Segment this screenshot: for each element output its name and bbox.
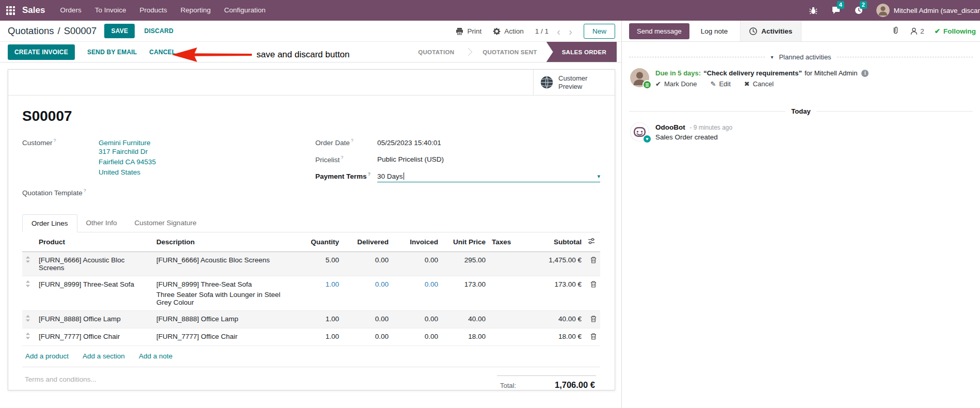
apps-grid-icon[interactable] — [6, 6, 15, 15]
following-button[interactable]: ✔ Following — [935, 27, 976, 35]
invoiced-cell[interactable]: 0.00 — [392, 276, 441, 310]
planned-activities-divider[interactable]: ▾ Planned activities — [629, 53, 973, 61]
unit-price-cell[interactable]: 173.00 — [441, 276, 489, 310]
product-cell[interactable]: [FURN_6666] Acoustic Bloc Screens — [36, 252, 153, 276]
dropdown-caret-icon[interactable]: ▾ — [597, 173, 600, 180]
menu-products[interactable]: Products — [133, 0, 174, 21]
add-section-link[interactable]: Add a section — [83, 352, 125, 360]
delivered-cell[interactable]: 0.00 — [342, 252, 392, 276]
description-cell[interactable]: [FURN_7777] Office Chair — [153, 328, 295, 346]
quantity-cell[interactable]: 1.00 — [295, 328, 342, 346]
activities-clock-icon[interactable]: 2 — [854, 5, 864, 15]
col-unit-price[interactable]: Unit Price — [441, 232, 489, 252]
table-row[interactable]: [FURN_6666] Acoustic Bloc Screens [FURN_… — [22, 252, 600, 276]
delivered-cell[interactable]: 0.00 — [342, 276, 392, 310]
tab-customer-signature[interactable]: Customer Signature — [126, 214, 205, 232]
invoiced-cell[interactable]: 0.00 — [392, 328, 441, 346]
menu-to-invoice[interactable]: To Invoice — [88, 0, 133, 21]
followers-button[interactable]: 2 — [910, 27, 924, 35]
customer-address-line[interactable]: United States — [99, 167, 156, 178]
debug-bug-icon[interactable] — [808, 5, 818, 15]
activities-tab[interactable]: Activities — [740, 21, 801, 41]
menu-reporting[interactable]: Reporting — [174, 0, 218, 21]
messages-icon[interactable]: 4 — [831, 5, 841, 15]
description-cell[interactable]: [FURN_6666] Acoustic Bloc Screens — [153, 252, 295, 276]
log-note-button[interactable]: Log note — [701, 27, 728, 35]
send-message-button[interactable]: Send message — [629, 23, 689, 39]
send-by-email-button[interactable]: SEND BY EMAIL — [87, 49, 137, 56]
save-button[interactable]: SAVE — [104, 24, 135, 38]
taxes-cell[interactable] — [489, 252, 525, 276]
tab-other-info[interactable]: Other Info — [77, 214, 126, 232]
tab-order-lines[interactable]: Order Lines — [22, 214, 77, 232]
breadcrumb-quotations[interactable]: Quotations — [8, 25, 54, 37]
table-row[interactable]: [FURN_8999] Three-Seat Sofa [FURN_8999] … — [22, 276, 600, 310]
drag-handle-icon[interactable] — [22, 276, 36, 310]
new-button[interactable]: New — [584, 24, 615, 39]
invoiced-cell[interactable]: 0.00 — [392, 252, 441, 276]
add-note-link[interactable]: Add a note — [139, 352, 172, 360]
unit-price-cell[interactable]: 18.00 — [441, 328, 489, 346]
drag-handle-icon[interactable] — [22, 252, 36, 276]
col-delivered[interactable]: Delivered — [342, 232, 392, 252]
product-cell[interactable]: [FURN_8999] Three-Seat Sofa — [36, 276, 153, 310]
col-taxes[interactable]: Taxes — [489, 232, 525, 252]
table-row[interactable]: [FURN_8888] Office Lamp [FURN_8888] Offi… — [22, 310, 600, 328]
state-quotation[interactable]: QUOTATION — [409, 42, 463, 62]
delete-line-icon[interactable] — [585, 252, 600, 276]
col-invoiced[interactable]: Invoiced — [392, 232, 441, 252]
table-row[interactable]: [FURN_7777] Office Chair [FURN_7777] Off… — [22, 328, 600, 346]
delivered-cell[interactable]: 0.00 — [342, 328, 392, 346]
state-quotation-sent[interactable]: QUOTATION SENT — [473, 42, 546, 62]
taxes-cell[interactable] — [489, 310, 525, 328]
payment-terms-field[interactable]: 30 Days ▾ — [377, 172, 600, 182]
add-product-link[interactable]: Add a product — [25, 352, 69, 360]
description-cell[interactable]: [FURN_8999] Three-Seat SofaThree Seater … — [153, 276, 295, 310]
quantity-cell[interactable]: 1.00 — [295, 310, 342, 328]
drag-handle-icon[interactable] — [22, 310, 36, 328]
create-invoice-button[interactable]: CREATE INVOICE — [8, 44, 75, 60]
col-quantity[interactable]: Quantity — [295, 232, 342, 252]
delete-line-icon[interactable] — [585, 276, 600, 310]
delete-line-icon[interactable] — [585, 328, 600, 346]
product-cell[interactable]: [FURN_8888] Office Lamp — [36, 310, 153, 328]
taxes-cell[interactable] — [489, 328, 525, 346]
drag-handle-icon[interactable] — [22, 328, 36, 346]
customer-preview-button[interactable]: Customer Preview — [533, 70, 615, 95]
unit-price-cell[interactable]: 40.00 — [441, 310, 489, 328]
print-button[interactable]: Print — [456, 27, 481, 35]
col-description[interactable]: Description — [153, 232, 295, 252]
pricelist-field[interactable]: Public Pricelist (USD) — [377, 155, 444, 163]
unit-price-cell[interactable]: 295.00 — [441, 252, 489, 276]
customer-link[interactable]: Gemini Furniture — [99, 139, 156, 147]
pager-next[interactable]: › — [569, 26, 572, 37]
attach-files-button[interactable] — [891, 26, 900, 37]
customer-address-line[interactable]: 317 Fairchild Dr — [99, 147, 156, 157]
product-cell[interactable]: [FURN_7777] Office Chair — [36, 328, 153, 346]
order-date-field[interactable]: 05/25/2023 15:40:01 — [377, 139, 441, 147]
quantity-cell[interactable]: 1.00 — [295, 276, 342, 310]
taxes-cell[interactable] — [489, 276, 525, 310]
user-menu[interactable]: Mitchell Admin (save_discar — [876, 4, 980, 17]
menu-configuration[interactable]: Configuration — [217, 0, 272, 21]
delete-line-icon[interactable] — [585, 310, 600, 328]
action-button[interactable]: Action — [493, 27, 524, 35]
invoiced-cell[interactable]: 0.00 — [392, 310, 441, 328]
menu-orders[interactable]: Orders — [53, 0, 88, 21]
customer-address-line[interactable]: Fairfield CA 94535 — [99, 157, 156, 167]
terms-placeholder[interactable]: Terms and conditions... — [25, 375, 97, 390]
state-sales-order[interactable]: SALES ORDER — [547, 42, 617, 62]
delivered-cell[interactable]: 0.00 — [342, 310, 392, 328]
quantity-cell[interactable]: 5.00 — [295, 252, 342, 276]
mark-done-button[interactable]: ✔Mark Done — [655, 80, 697, 88]
cancel-button[interactable]: CANCEL — [149, 49, 175, 56]
cancel-activity-button[interactable]: ✖Cancel — [744, 80, 774, 88]
col-product[interactable]: Product — [36, 232, 153, 252]
app-brand[interactable]: Sales — [22, 5, 45, 15]
optional-columns-icon[interactable] — [585, 232, 600, 252]
message-author[interactable]: OdooBot — [655, 123, 685, 131]
edit-activity-button[interactable]: ✎Edit — [710, 80, 730, 88]
pager-previous[interactable]: ‹ — [557, 26, 560, 37]
col-subtotal[interactable]: Subtotal — [525, 232, 585, 252]
info-icon[interactable]: i — [861, 70, 869, 77]
